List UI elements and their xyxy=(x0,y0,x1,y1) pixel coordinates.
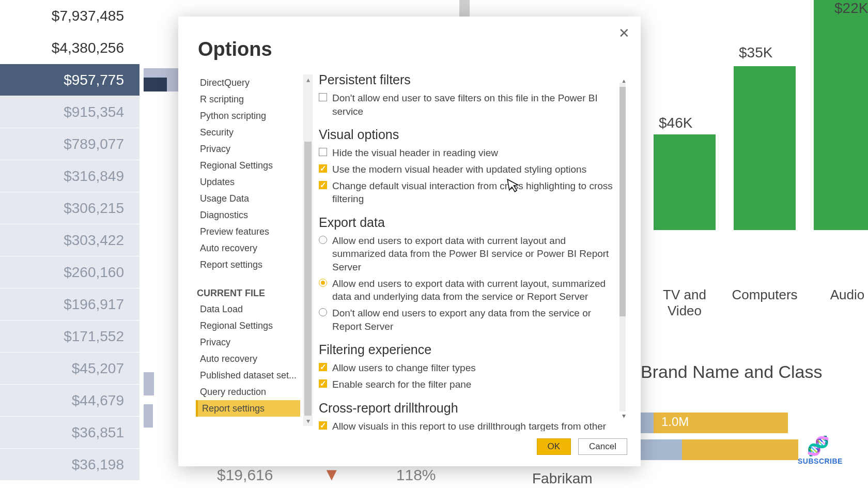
sidebar-item-auto-recovery[interactable]: Auto recovery xyxy=(196,240,300,256)
table-row[interactable]: $36,851 xyxy=(0,417,140,449)
table-row[interactable]: $316,849 xyxy=(0,160,140,192)
sidebar-item-python-scripting[interactable]: Python scripting xyxy=(196,108,300,124)
scroll-thumb[interactable] xyxy=(304,142,312,416)
dna-icon: 🧬 xyxy=(798,435,838,457)
bg-table: $7,937,485 $4,380,256 $957,775 $915,354 … xyxy=(0,0,140,488)
sidebar-item-query-reduction[interactable]: Query reduction xyxy=(196,384,300,400)
checkbox-icon[interactable] xyxy=(319,379,327,388)
checkbox-label: Hide the visual header in reading view xyxy=(332,146,614,160)
section-filtering-experience: Filtering experience xyxy=(319,342,614,357)
table-row[interactable]: $260,160 xyxy=(0,256,140,288)
subscribe-label: SUBSCRIBE xyxy=(798,457,838,465)
sidebar-item-regional[interactable]: Regional Settings xyxy=(196,157,300,174)
table-row: $4,380,256 xyxy=(0,32,140,64)
down-arrow-icon: ▼ xyxy=(323,464,340,484)
ok-button[interactable]: OK xyxy=(537,438,571,455)
checkbox-cross-filter[interactable]: Change default visual interaction from c… xyxy=(319,179,614,206)
sidebar-item-auto-recovery-cf[interactable]: Auto recovery xyxy=(196,350,300,367)
checkbox-icon[interactable] xyxy=(319,181,327,189)
radio-export-none[interactable]: Don't allow end users to export any data… xyxy=(319,307,614,333)
chart-bar-label: $22K xyxy=(834,0,868,17)
checkbox-label: Allow users to change filter types xyxy=(332,361,614,375)
table-row[interactable]: $45,207 xyxy=(0,353,140,385)
table-row-selected[interactable]: $957,775 xyxy=(0,64,140,96)
checkbox-label: Change default visual interaction from c… xyxy=(332,179,614,206)
sidebar-item-security[interactable]: Security xyxy=(196,124,300,141)
chart-bar xyxy=(814,0,868,230)
sidebar-item-data-load[interactable]: Data Load xyxy=(196,301,300,317)
checkbox-label: Don't allow end user to save filters on … xyxy=(332,91,614,118)
checkbox-icon[interactable] xyxy=(319,93,327,101)
chart-bar xyxy=(734,66,796,230)
dialog-title: Options xyxy=(198,38,272,60)
checkbox-icon[interactable] xyxy=(319,148,327,156)
checkbox-change-filter-types[interactable]: Allow users to change filter types xyxy=(319,361,614,375)
table-row: $7,937,485 xyxy=(0,0,140,32)
sidebar-item-r-scripting[interactable]: R scripting xyxy=(196,91,300,108)
bg-brand-label: Fabrikam xyxy=(532,470,593,487)
bg-chart-title: Brand Name and Class xyxy=(641,362,823,382)
bg-bottom-pct: 118% xyxy=(396,466,436,483)
subscribe-badge[interactable]: 🧬 SUBSCRIBE xyxy=(798,435,838,465)
checkbox-label: Enable search for the filter pane xyxy=(332,378,614,391)
checkbox-modern-header[interactable]: Use the modern visual header with update… xyxy=(319,163,614,176)
content-scrollbar[interactable]: ▴ ▾ xyxy=(618,72,629,424)
section-persistent-filters: Persistent filters xyxy=(319,72,614,87)
sidebar-item-published-dataset[interactable]: Published dataset set... xyxy=(196,367,300,384)
checkbox-icon[interactable] xyxy=(319,164,327,173)
chart-bar-label: $46K xyxy=(659,115,692,131)
sidebar-item-usage-data[interactable]: Usage Data xyxy=(196,190,300,207)
close-button[interactable]: ✕ xyxy=(615,24,633,42)
checkbox-icon[interactable] xyxy=(319,421,327,430)
table-row[interactable]: $44,679 xyxy=(0,385,140,417)
section-export-data: Export data xyxy=(319,215,614,230)
scroll-thumb[interactable] xyxy=(619,87,626,316)
sidebar-item-preview[interactable]: Preview features xyxy=(196,223,300,240)
scroll-down-icon[interactable]: ▾ xyxy=(303,416,313,426)
scroll-down-icon[interactable]: ▾ xyxy=(618,410,629,421)
checkbox-cross-report-drill[interactable]: Allow visuals in this report to use dril… xyxy=(319,420,614,431)
scroll-up-icon[interactable]: ▴ xyxy=(303,74,313,85)
sidebar-item-regional-cf[interactable]: Regional Settings xyxy=(196,317,300,334)
bg-bottom-amount: $19,616 xyxy=(217,466,273,483)
checkbox-hide-visual-header[interactable]: Hide the visual header in reading view xyxy=(319,146,614,160)
options-dialog: Options ✕ DirectQuery R scripting Python… xyxy=(178,17,641,466)
table-row[interactable]: $789,077 xyxy=(0,128,140,160)
section-cross-drillthrough: Cross-report drillthrough xyxy=(319,401,614,416)
table-row[interactable]: $306,215 xyxy=(0,192,140,224)
table-row[interactable]: $171,552 xyxy=(0,321,140,353)
options-sidebar: DirectQuery R scripting Python scripting… xyxy=(196,74,300,426)
sidebar-item-privacy-cf[interactable]: Privacy xyxy=(196,334,300,350)
table-row[interactable]: $36,198 xyxy=(0,449,140,481)
chart-bar-label: $35K xyxy=(739,44,772,61)
radio-icon[interactable] xyxy=(319,308,327,316)
radio-label: Allow end users to export data with curr… xyxy=(332,234,614,274)
sidebar-item-privacy[interactable]: Privacy xyxy=(196,141,300,157)
bg-bar-chart: $46K $35K $22K TV and Video Computers Au… xyxy=(641,0,868,331)
checkbox-filter-pane-search[interactable]: Enable search for the filter pane xyxy=(319,378,614,391)
sidebar-item-diagnostics[interactable]: Diagnostics xyxy=(196,207,300,223)
radio-label: Don't allow end users to export any data… xyxy=(332,307,614,333)
sidebar-item-updates[interactable]: Updates xyxy=(196,174,300,190)
radio-export-summarized[interactable]: Allow end users to export data with curr… xyxy=(319,234,614,274)
checkbox-icon[interactable] xyxy=(319,363,327,371)
radio-export-all[interactable]: Allow end users to export data with curr… xyxy=(319,277,614,303)
checkbox-label: Allow visuals in this report to use dril… xyxy=(332,420,614,431)
radio-icon[interactable] xyxy=(319,236,327,244)
radio-icon[interactable] xyxy=(319,279,327,287)
checkbox-label: Use the modern visual header with update… xyxy=(332,163,614,176)
table-row[interactable]: $915,354 xyxy=(0,96,140,128)
sidebar-item-report-settings[interactable]: Report settings xyxy=(196,256,300,273)
radio-label: Allow end users to export data with curr… xyxy=(332,277,614,303)
chart-category: Audio xyxy=(816,287,868,303)
table-row[interactable]: $303,422 xyxy=(0,224,140,256)
chart-category: TV and Video xyxy=(646,287,723,319)
checkbox-persistent-save[interactable]: Don't allow end user to save filters on … xyxy=(319,91,614,118)
sidebar-item-report-settings-cf[interactable]: Report settings xyxy=(196,400,300,417)
section-visual-options: Visual options xyxy=(319,127,614,142)
cancel-button[interactable]: Cancel xyxy=(578,438,627,455)
chart-bar xyxy=(654,134,716,230)
sidebar-scrollbar[interactable]: ▴ ▾ xyxy=(303,74,313,426)
sidebar-item-directquery[interactable]: DirectQuery xyxy=(196,74,300,91)
table-row[interactable]: $196,917 xyxy=(0,288,140,321)
